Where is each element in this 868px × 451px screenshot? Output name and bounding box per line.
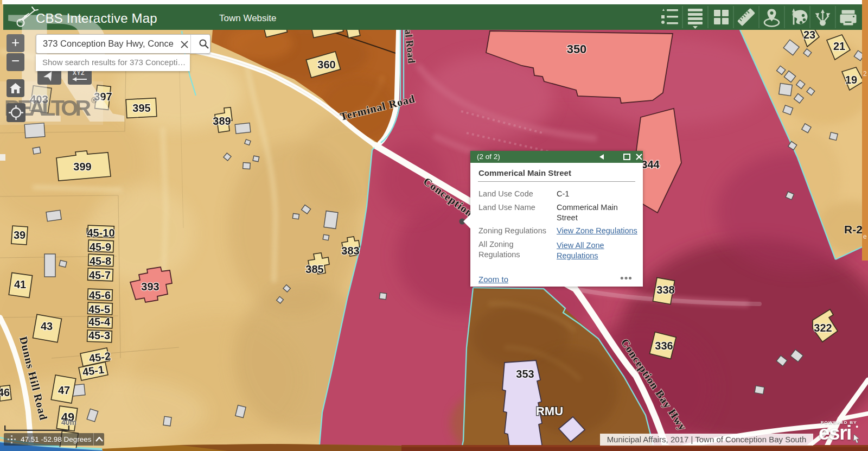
svg-text:23: 23 bbox=[803, 29, 815, 41]
svg-text:21: 21 bbox=[833, 40, 845, 52]
svg-text:47: 47 bbox=[58, 384, 70, 396]
svg-text:397: 397 bbox=[94, 91, 112, 103]
svg-text:383: 383 bbox=[341, 245, 359, 257]
svg-text:403: 403 bbox=[30, 93, 48, 105]
svg-text:2: 2 bbox=[863, 70, 867, 78]
svg-text:46: 46 bbox=[0, 386, 10, 398]
svg-text:338: 338 bbox=[656, 284, 674, 296]
svg-text:344: 344 bbox=[641, 158, 660, 170]
svg-text:45-9: 45-9 bbox=[90, 241, 111, 253]
svg-text:R-2: R-2 bbox=[844, 223, 863, 236]
svg-text:45-8: 45-8 bbox=[90, 255, 111, 267]
svg-text:360: 360 bbox=[317, 59, 335, 71]
svg-text:322: 322 bbox=[814, 322, 832, 334]
svg-text:e: e bbox=[863, 233, 867, 240]
svg-text:RMU: RMU bbox=[536, 404, 563, 418]
svg-text:399: 399 bbox=[73, 161, 91, 173]
svg-text:19: 19 bbox=[845, 74, 857, 86]
svg-text:395: 395 bbox=[132, 102, 150, 114]
svg-text:41: 41 bbox=[14, 278, 26, 290]
svg-text:45-6: 45-6 bbox=[89, 289, 111, 301]
svg-text:45-5: 45-5 bbox=[88, 303, 110, 315]
svg-text:39: 39 bbox=[14, 229, 25, 241]
svg-text:385: 385 bbox=[305, 263, 323, 275]
svg-text:336: 336 bbox=[655, 340, 673, 352]
svg-text:45-7: 45-7 bbox=[89, 269, 111, 281]
svg-text:350: 350 bbox=[567, 42, 587, 56]
svg-text:45-4: 45-4 bbox=[88, 316, 111, 328]
svg-text:353: 353 bbox=[516, 368, 534, 380]
svg-text:45-3: 45-3 bbox=[88, 329, 110, 341]
svg-text:389: 389 bbox=[213, 115, 231, 127]
svg-text:45-10: 45-10 bbox=[87, 227, 114, 239]
svg-text:393: 393 bbox=[141, 281, 159, 293]
svg-text:43: 43 bbox=[41, 320, 53, 332]
